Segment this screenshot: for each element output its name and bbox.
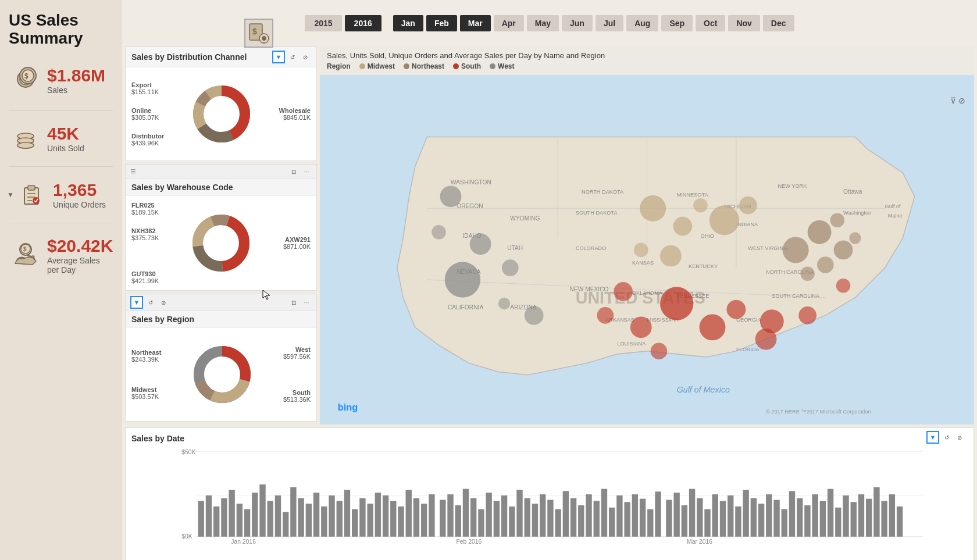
svg-rect-134 — [547, 500, 553, 537]
date-chart-title: Sales by Date — [131, 434, 968, 443]
panel-region-header: Sales by Region — [126, 311, 316, 328]
svg-rect-177 — [881, 501, 887, 536]
clear-icon-map[interactable]: ⊘ — [958, 96, 965, 105]
filter-icon-map[interactable]: ⊽ — [950, 96, 956, 105]
bubble-south-1 — [660, 287, 693, 320]
svg-rect-146 — [640, 499, 646, 537]
bubble-south-4 — [651, 343, 668, 359]
dollar-gear-icon: $ — [248, 23, 269, 44]
svg-rect-108 — [344, 490, 350, 537]
month-feb[interactable]: Feb — [426, 15, 457, 31]
svg-point-9 — [17, 142, 34, 148]
bubble-south-3 — [630, 316, 652, 338]
panel-warehouse-header: Sales by Warehouse Code — [126, 179, 316, 196]
no-icon-distribution[interactable]: ⊘ — [300, 52, 311, 62]
svg-text:WASHINGTON: WASHINGTON — [451, 179, 491, 186]
svg-rect-163 — [773, 500, 779, 537]
bubble-midwest-4 — [709, 205, 739, 235]
svg-rect-142 — [609, 508, 615, 537]
svg-rect-171 — [835, 508, 841, 537]
nxh382-label: NXH382 $375.73K — [131, 227, 159, 241]
bubble-ne-4 — [849, 232, 861, 244]
svg-rect-159 — [743, 490, 748, 537]
expand-icon-region[interactable]: ⊡ — [288, 297, 299, 308]
svg-rect-143 — [616, 495, 622, 537]
expand-icon-warehouse[interactable]: ⊡ — [288, 166, 299, 177]
year-2015[interactable]: 2015 — [305, 15, 341, 31]
svg-text:LOUISIANA: LOUISIANA — [617, 341, 646, 347]
distributor-label: Distributor $439.96K — [131, 133, 164, 147]
svg-rect-154 — [704, 509, 710, 537]
legend-south-label: South — [461, 62, 481, 70]
svg-point-15 — [33, 197, 40, 204]
month-oct[interactable]: Oct — [696, 15, 725, 31]
refresh-icon-region[interactable]: ↺ — [145, 297, 156, 308]
app-icon[interactable]: $ — [244, 19, 273, 48]
bubble-midwest-2 — [673, 217, 693, 236]
svg-rect-96 — [252, 493, 258, 537]
svg-point-31 — [205, 227, 237, 259]
map-svg-container: Gulf of Mexico WASHINGTON OREGON IDAHO W… — [320, 81, 974, 425]
svg-rect-179 — [897, 507, 903, 537]
svg-rect-130 — [516, 490, 522, 537]
month-mar[interactable]: Mar — [460, 15, 491, 31]
month-jun[interactable]: Jun — [562, 15, 593, 31]
filter-btn-region[interactable]: ▼ — [130, 296, 143, 309]
month-jan[interactable]: Jan — [393, 15, 423, 31]
svg-rect-133 — [540, 494, 545, 537]
wholesale-label: Wholesale $845.01K — [279, 107, 311, 121]
svg-rect-128 — [501, 495, 507, 537]
west-label: West $597.56K — [283, 346, 311, 360]
month-aug[interactable]: Aug — [626, 15, 658, 31]
legend-midwest: Midwest — [359, 62, 395, 70]
filter-icon-orders[interactable]: ▼ — [7, 191, 14, 199]
refresh-icon-distribution[interactable]: ↺ — [287, 52, 298, 62]
month-dec[interactable]: Dec — [763, 15, 794, 31]
panel-date: ▼ ↺ ⊘ Sales by Date $50K $0K Jan 2016 Fe… — [125, 427, 974, 560]
bubble-south-7 — [597, 307, 614, 324]
map-legend: Region Midwest Northeast South West — [327, 62, 967, 70]
svg-rect-104 — [313, 493, 319, 537]
svg-rect-167 — [804, 505, 810, 537]
month-jul[interactable]: Jul — [596, 15, 623, 31]
month-sep[interactable]: Sep — [661, 15, 693, 31]
bubble-ne-2 — [834, 241, 853, 260]
svg-text:UTAH: UTAH — [507, 245, 523, 251]
svg-rect-95 — [244, 509, 250, 537]
more-icon-region[interactable]: ··· — [301, 297, 312, 308]
no-icon-region[interactable]: ⊘ — [158, 297, 169, 308]
map-filter-icons: ⊽ ⊘ — [950, 96, 965, 105]
svg-text:NEW YORK: NEW YORK — [778, 183, 808, 189]
svg-text:© 2017 HERE  ™2017 Microsoft C: © 2017 HERE ™2017 Microsoft Corporation — [766, 409, 871, 415]
panel-region: ▼ ↺ ⊘ ⊡ ··· Sales by Region Northeast $2… — [125, 294, 317, 422]
month-may[interactable]: May — [527, 15, 559, 31]
month-nov[interactable]: Nov — [728, 15, 760, 31]
svg-rect-122 — [455, 505, 461, 537]
svg-text:INDIANA: INDIANA — [736, 222, 758, 227]
date-chart-svg: $50K $0K Jan 2016 Feb 2016 Mar 2016 — [131, 446, 968, 545]
filter-btn-date[interactable]: ▼ — [926, 431, 939, 444]
date-bar-chart: $50K $0K Jan 2016 Feb 2016 Mar 2016 — [131, 446, 968, 545]
more-icon-warehouse[interactable]: ··· — [301, 166, 312, 177]
no-icon-date[interactable]: ⊘ — [954, 432, 965, 443]
svg-rect-132 — [532, 504, 538, 537]
svg-text:OHIO: OHIO — [701, 233, 714, 239]
south-dot — [453, 63, 459, 69]
svg-rect-105 — [321, 507, 327, 537]
svg-rect-156 — [720, 501, 726, 536]
flr025-label: FLR025 $189.15K — [131, 202, 159, 216]
svg-rect-112 — [375, 493, 381, 537]
year-2016[interactable]: 2016 — [345, 15, 381, 31]
month-apr[interactable]: Apr — [494, 15, 524, 31]
gut930-label: GUT930 $421.99K — [131, 270, 159, 284]
bubble-west-5 — [498, 298, 510, 309]
refresh-icon-date[interactable]: ↺ — [942, 432, 952, 443]
svg-rect-94 — [237, 504, 243, 537]
hand-dollar-icon: $ $ — [12, 240, 40, 270]
svg-rect-160 — [751, 498, 757, 537]
panel-distribution-header: Sales by Distribution Channel ▼ ↺ ⊘ — [126, 47, 316, 67]
svg-rect-140 — [594, 501, 600, 536]
filter-btn-distribution[interactable]: ▼ — [272, 51, 285, 63]
svg-text:Gulf of: Gulf of — [885, 204, 901, 209]
svg-text:Feb 2016: Feb 2016 — [456, 538, 482, 545]
